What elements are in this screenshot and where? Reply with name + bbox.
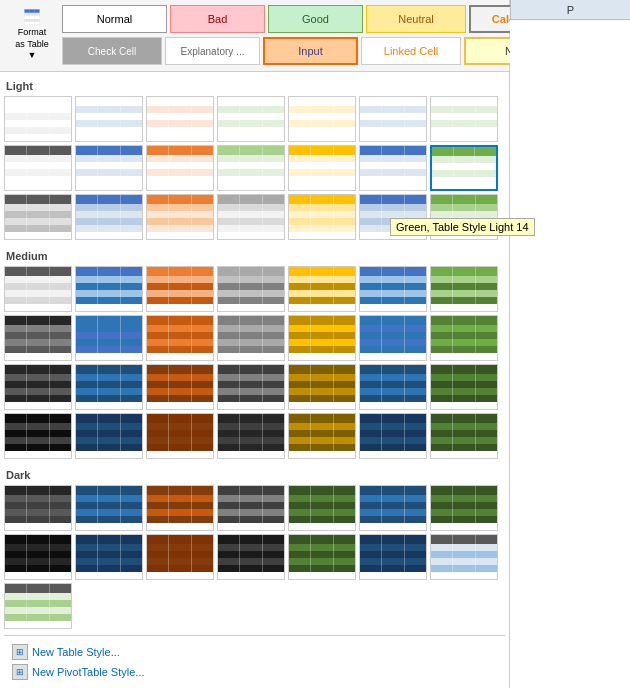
dark-styles-grid xyxy=(4,483,505,635)
table-style-thumb[interactable] xyxy=(430,315,498,361)
table-style-thumb[interactable] xyxy=(359,315,427,361)
table-style-thumb[interactable] xyxy=(288,96,356,142)
table-style-thumb[interactable] xyxy=(359,266,427,312)
table-style-thumb[interactable] xyxy=(75,485,143,531)
table-style-thumb[interactable] xyxy=(288,315,356,361)
table-style-thumb[interactable] xyxy=(217,194,285,240)
style-check-button[interactable]: Check Cell xyxy=(62,37,162,65)
table-style-thumb[interactable] xyxy=(146,145,214,191)
table-style-thumb[interactable] xyxy=(288,413,356,459)
style-bad-button[interactable]: Bad xyxy=(170,5,265,33)
svg-rect-2 xyxy=(24,13,39,16)
table-style-thumb[interactable] xyxy=(217,315,285,361)
tooltip: Green, Table Style Light 14 xyxy=(390,218,535,236)
table-style-thumb[interactable] xyxy=(146,96,214,142)
table-style-thumb[interactable] xyxy=(288,145,356,191)
table-style-thumb[interactable] xyxy=(4,413,72,459)
table-style-thumb[interactable] xyxy=(75,96,143,142)
table-style-thumb[interactable] xyxy=(75,315,143,361)
table-style-thumb[interactable] xyxy=(146,364,214,410)
table-style-thumb[interactable] xyxy=(4,583,72,629)
table-style-thumb[interactable] xyxy=(146,315,214,361)
table-style-thumb[interactable] xyxy=(359,413,427,459)
medium-styles-grid xyxy=(4,264,505,465)
left-panel: Format as Table ▼ Normal Bad Good Neutra… xyxy=(0,0,510,688)
table-style-thumb[interactable] xyxy=(4,266,72,312)
table-style-thumb[interactable] xyxy=(217,413,285,459)
table-style-thumb[interactable] xyxy=(288,534,356,580)
table-style-thumb[interactable] xyxy=(146,194,214,240)
section-light-label: Light xyxy=(4,76,505,94)
table-style-thumb[interactable] xyxy=(430,364,498,410)
svg-rect-4 xyxy=(24,19,39,22)
table-style-thumb[interactable] xyxy=(430,96,498,142)
style-good-button[interactable]: Good xyxy=(268,5,363,33)
column-p-header: P xyxy=(510,0,630,20)
bottom-links: ⊞ New Table Style... ⊞ New PivotTable St… xyxy=(4,635,505,688)
table-style-thumb[interactable] xyxy=(4,145,72,191)
table-style-thumb[interactable] xyxy=(4,315,72,361)
style-neutral-button[interactable]: Neutral xyxy=(366,5,466,33)
main-container: Format as Table ▼ Normal Bad Good Neutra… xyxy=(0,0,630,688)
table-style-thumb[interactable] xyxy=(217,96,285,142)
new-pivot-icon: ⊞ xyxy=(12,664,28,680)
table-style-thumb[interactable] xyxy=(288,194,356,240)
table-style-thumb[interactable] xyxy=(4,364,72,410)
svg-rect-1 xyxy=(24,9,39,12)
new-table-icon: ⊞ xyxy=(12,644,28,660)
table-style-thumb[interactable] xyxy=(359,364,427,410)
table-style-thumb[interactable] xyxy=(430,413,498,459)
cell-styles-row-2: Check Cell Explanatory ... Input Linked … xyxy=(62,36,574,66)
section-dark-label: Dark xyxy=(4,465,505,483)
style-input-button[interactable]: Input xyxy=(263,37,358,65)
table-style-thumb[interactable] xyxy=(4,485,72,531)
table-style-thumb[interactable] xyxy=(75,413,143,459)
table-style-thumb[interactable] xyxy=(75,194,143,240)
section-medium-label: Medium xyxy=(4,246,505,264)
new-pivot-style-link[interactable]: ⊞ New PivotTable Style... xyxy=(12,662,497,682)
style-explanatory-button[interactable]: Explanatory ... xyxy=(165,37,260,65)
table-style-thumb[interactable] xyxy=(217,364,285,410)
cell-styles-grid: Normal Bad Good Neutral Calculation Chec… xyxy=(62,4,574,67)
table-style-thumb[interactable] xyxy=(4,534,72,580)
svg-rect-3 xyxy=(24,16,39,19)
table-style-thumb[interactable] xyxy=(430,534,498,580)
svg-rect-5 xyxy=(24,22,39,25)
table-style-thumb[interactable] xyxy=(430,266,498,312)
dropdown-panel: Light Medium Dark ⊞ New Table Style... ⊞ xyxy=(0,72,509,688)
new-table-style-label: New Table Style... xyxy=(32,646,120,658)
table-style-thumb[interactable] xyxy=(430,485,498,531)
style-linked-button[interactable]: Linked Cell xyxy=(361,37,461,65)
new-table-style-link[interactable]: ⊞ New Table Style... xyxy=(12,642,497,662)
table-style-thumb[interactable] xyxy=(430,145,498,191)
table-style-thumb[interactable] xyxy=(75,534,143,580)
table-style-thumb[interactable] xyxy=(75,145,143,191)
table-style-thumb[interactable] xyxy=(4,194,72,240)
format-as-table-label: Format as Table ▼ xyxy=(15,27,49,62)
table-style-thumb[interactable] xyxy=(288,364,356,410)
style-normal-button[interactable]: Normal xyxy=(62,5,167,33)
table-style-thumb[interactable] xyxy=(146,266,214,312)
toolbar: Format as Table ▼ Normal Bad Good Neutra… xyxy=(0,0,509,72)
table-style-thumb[interactable] xyxy=(217,534,285,580)
table-style-thumb[interactable] xyxy=(359,96,427,142)
table-style-thumb[interactable] xyxy=(288,485,356,531)
table-style-thumb[interactable] xyxy=(146,413,214,459)
table-style-thumb[interactable] xyxy=(4,96,72,142)
table-style-thumb[interactable] xyxy=(359,534,427,580)
table-style-thumb[interactable] xyxy=(359,485,427,531)
table-style-thumb[interactable] xyxy=(217,485,285,531)
cell-styles-row-1: Normal Bad Good Neutral Calculation xyxy=(62,4,574,34)
new-pivot-style-label: New PivotTable Style... xyxy=(32,666,145,678)
table-style-thumb[interactable] xyxy=(217,266,285,312)
table-style-thumb[interactable] xyxy=(75,266,143,312)
table-style-thumb[interactable] xyxy=(288,266,356,312)
table-style-thumb[interactable] xyxy=(75,364,143,410)
right-panel: P xyxy=(510,0,630,688)
table-style-thumb[interactable] xyxy=(217,145,285,191)
table-style-thumb[interactable] xyxy=(359,145,427,191)
table-style-thumb[interactable] xyxy=(146,485,214,531)
format-as-table-button[interactable]: Format as Table ▼ xyxy=(6,4,58,67)
table-style-thumb[interactable] xyxy=(146,534,214,580)
